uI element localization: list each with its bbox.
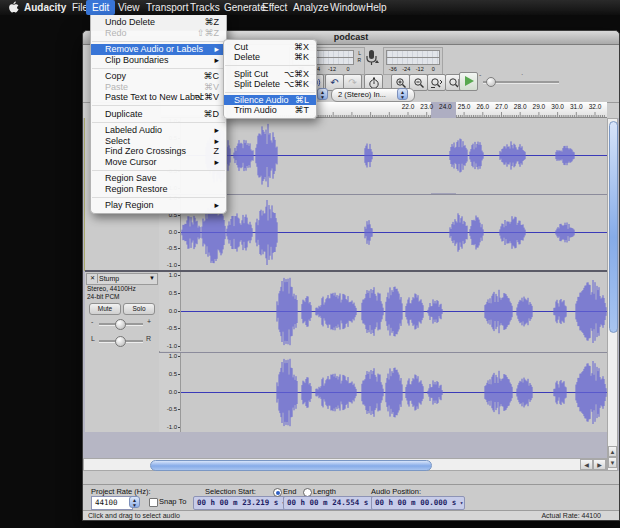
scale-label: -1.0	[167, 343, 177, 349]
scale-tick	[178, 215, 180, 216]
gain-knob[interactable]	[115, 319, 126, 330]
scroll-down-icon[interactable]: ▼	[608, 457, 617, 468]
slider-min-mark: -	[479, 71, 481, 78]
pan-slider[interactable]: L R	[91, 334, 151, 346]
menu-item-label: Split Cut	[234, 69, 268, 79]
audio-position-field[interactable]: 00 h 00 m 00.000 s	[371, 496, 465, 510]
pan-knob[interactable]	[115, 336, 126, 347]
menubar-item-audacity[interactable]: Audacity	[24, 0, 66, 15]
menu-item-duplicate[interactable]: Duplicate⌘D	[91, 109, 226, 120]
fit-selection-button[interactable]	[427, 74, 446, 91]
menu-item-trim-audio[interactable]: Trim Audio⌘T	[224, 105, 316, 115]
scale-label: -1.0	[167, 424, 177, 430]
solo-button[interactable]: Solo	[123, 303, 155, 315]
menubar-item-transport[interactable]: Transport	[146, 0, 188, 15]
scale-tick	[178, 392, 180, 393]
actual-rate: Actual Rate: 44100	[541, 511, 601, 520]
menubar-item-effect[interactable]: Effect	[262, 0, 287, 15]
menu-item-select[interactable]: Select▸	[91, 136, 226, 147]
menu-item-silence-audio[interactable]: Silence Audio⌘L	[224, 95, 316, 105]
waveform-channel[interactable]	[181, 272, 607, 351]
waveform-channel[interactable]	[181, 353, 607, 432]
menubar-item-generate[interactable]: Generate	[224, 0, 266, 15]
meter-scale-label: -24	[400, 66, 414, 72]
scroll-right-icon[interactable]: ▶	[593, 459, 606, 470]
menu-item-clip-boundaries[interactable]: Clip Boundaries▸	[91, 55, 226, 66]
menu-item-paste-text-to-new-label[interactable]: Paste Text to New Label⌥⌘V	[91, 92, 226, 103]
project-rate-stepper[interactable]: ▲▼	[129, 496, 140, 508]
menu-item-shortcut: ⌘Z	[205, 17, 220, 28]
output-meter: -36-24-120	[383, 47, 443, 75]
scale-tick	[178, 356, 180, 357]
scale-tick	[178, 275, 180, 276]
menu-item-shortcut: ⌥⌘V	[194, 92, 219, 103]
vertical-scroll-thumb[interactable]	[609, 121, 618, 333]
menubar-item-tracks[interactable]: Tracks	[190, 0, 220, 15]
menu-item-labeled-audio[interactable]: Labeled Audio▸	[91, 125, 226, 136]
scale-label: -0.5	[167, 325, 177, 331]
menu-item-remove-audio-or-labels[interactable]: Remove Audio or Labels▸	[91, 44, 226, 55]
remove-audio-submenu: Cut⌘XDelete⌘KSplit Cut⌥⌘XSplit Delete⌥⌘K…	[223, 39, 317, 119]
gain-slider[interactable]: - +	[91, 317, 151, 329]
project-rate-select[interactable]: 44100	[91, 496, 133, 510]
snap-to-checkbox[interactable]	[149, 498, 158, 507]
selection-start-field[interactable]: 00 h 00 m 23.219 s	[193, 496, 287, 510]
menubar-item-analyze[interactable]: Analyze	[293, 0, 329, 15]
scroll-left-icon[interactable]: ◀	[580, 459, 593, 470]
waveform-channel[interactable]	[181, 118, 607, 193]
ruler-label: 22.0	[402, 103, 415, 110]
track-2-panel[interactable]: ✕ Stump ▼ Stereo, 44100Hz 24-bit PCM Mut…	[85, 272, 160, 432]
ruler-label: 27.0	[495, 103, 508, 110]
menu-item-label: Region Restore	[105, 184, 168, 194]
edit-menu: Undo Delete⌘ZRedo⇧⌘ZRemove Audio or Labe…	[90, 15, 227, 214]
mute-button[interactable]: Mute	[89, 303, 121, 315]
menu-item-delete[interactable]: Delete⌘K	[224, 52, 316, 62]
ruler-label: 31.0	[570, 103, 583, 110]
waveform-channel[interactable]	[181, 195, 607, 270]
menu-item-split-delete[interactable]: Split Delete⌥⌘K	[224, 79, 316, 89]
menu-item-label: Region Save	[105, 173, 157, 183]
menu-item-play-region[interactable]: Play Region▸	[91, 200, 226, 211]
track-depth: 24-bit PCM	[87, 293, 120, 300]
menu-separator	[225, 65, 315, 66]
horizontal-scroll-thumb[interactable]	[150, 460, 432, 471]
scale-tick	[178, 293, 180, 294]
vertical-scrollbar[interactable]: ▲ ▼	[607, 118, 618, 471]
input-channels-stepper[interactable]: ▲▼	[397, 88, 408, 100]
menu-item-paste[interactable]: Paste⌘V	[91, 82, 226, 93]
menu-separator	[92, 41, 225, 42]
mic-dropdown-icon[interactable]	[365, 49, 381, 69]
play-button[interactable]	[459, 72, 478, 91]
menu-item-region-restore[interactable]: Region Restore	[91, 184, 226, 195]
apple-menu-icon[interactable]	[8, 1, 19, 16]
scale-tick	[178, 374, 180, 375]
menu-item-copy[interactable]: Copy⌘C	[91, 71, 226, 82]
menu-item-shortcut: ⇧⌘Z	[197, 28, 219, 39]
menubar-item-edit[interactable]: Edit	[86, 0, 115, 15]
menu-item-move-cursor[interactable]: Move Cursor▸	[91, 157, 226, 168]
menubar-item-help[interactable]: Help	[366, 0, 387, 15]
menu-item-cut[interactable]: Cut⌘X	[224, 42, 316, 52]
track-2[interactable]: ✕ Stump ▼ Stereo, 44100Hz 24-bit PCM Mut…	[85, 272, 607, 432]
meter-ch-r: R	[357, 57, 361, 63]
input-device-stepper[interactable]: ▲▼	[317, 88, 328, 100]
selection-end-field[interactable]: 00 h 00 m 24.554 s	[283, 496, 377, 510]
menu-item-find-zero-crossings[interactable]: Find Zero CrossingsZ	[91, 146, 226, 157]
track-close-icon[interactable]: ✕	[88, 274, 98, 283]
end-radio[interactable]	[273, 488, 282, 497]
menu-item-label: Silence Audio	[234, 95, 289, 105]
menu-item-undo-delete[interactable]: Undo Delete⌘Z	[91, 17, 226, 28]
gain-minus-label: -	[91, 318, 93, 325]
menubar-item-view[interactable]: View	[118, 0, 140, 15]
meter-ch-l: L	[358, 50, 361, 56]
menu-item-split-cut[interactable]: Split Cut⌥⌘X	[224, 69, 316, 79]
scale-label: -0.5	[167, 406, 177, 412]
menu-item-redo[interactable]: Redo⇧⌘Z	[91, 28, 226, 39]
menu-item-region-save[interactable]: Region Save	[91, 173, 226, 184]
scroll-up-icon[interactable]: ▲	[608, 446, 617, 457]
track-menu-chevron-icon[interactable]: ▼	[149, 274, 155, 283]
playback-speed-knob[interactable]	[486, 77, 496, 87]
menubar-item-window[interactable]: Window	[330, 0, 366, 15]
horizontal-scrollbar[interactable]: ◀ ▶	[83, 458, 607, 471]
track-2-header[interactable]: ✕ Stump ▼	[86, 273, 158, 285]
